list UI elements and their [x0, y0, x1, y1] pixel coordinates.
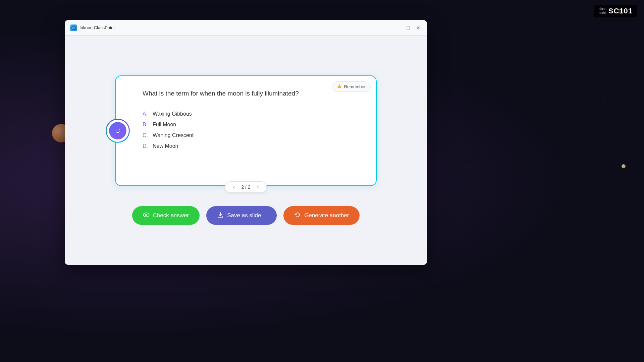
class-code-label: class code [599, 7, 606, 15]
svg-point-7 [146, 214, 147, 215]
answer-text-a: Waxing Gibbous [153, 111, 192, 117]
check-answer-button[interactable]: Check answer [132, 206, 200, 225]
question-card: Remember What is the term for when the m… [115, 75, 377, 186]
class-code-badge: class code SC101 [594, 5, 637, 17]
pagination: ‹ 2 / 2 › [225, 181, 267, 193]
svg-point-2 [113, 126, 123, 136]
app-icon: C [70, 24, 77, 31]
download-icon [217, 212, 224, 220]
answer-options: A. Waxing Gibbous B. Full Moon C. Waning… [143, 111, 363, 149]
eye-icon [143, 212, 150, 220]
answer-option-d: D. New Moon [143, 143, 363, 149]
remember-icon [337, 83, 342, 90]
generate-another-label: Generate another [304, 212, 349, 219]
save-as-slide-button[interactable]: Save as slide [206, 206, 277, 225]
answer-text-d: New Moon [153, 143, 178, 149]
answer-text-c: Waning Crescent [153, 132, 194, 138]
remember-badge: Remember [332, 81, 371, 92]
title-bar: C Inknoe ClassPoint ─ □ ✕ [65, 20, 427, 36]
answer-option-b: B. Full Moon [143, 122, 363, 128]
avatar [106, 119, 130, 143]
avatar-inner [107, 120, 129, 142]
window-content: Remember What is the term for when the m… [65, 36, 427, 265]
answer-letter-a: A. [143, 111, 150, 117]
svg-marker-4 [338, 85, 341, 87]
remember-label: Remember [344, 84, 366, 89]
save-as-slide-label: Save as slide [227, 212, 261, 219]
page-indicator: 2 / 2 [241, 184, 250, 190]
decorative-planet-right-mid [622, 164, 626, 168]
svg-text:C: C [72, 26, 75, 30]
question-text: What is the term for when the moon is fu… [143, 89, 363, 99]
close-button[interactable]: ✕ [415, 24, 422, 31]
question-divider [143, 104, 363, 104]
minimize-button[interactable]: ─ [395, 24, 401, 31]
answer-letter-b: B. [143, 122, 150, 128]
prev-page-button[interactable]: ‹ [230, 184, 237, 190]
avatar-face [109, 122, 126, 139]
app-window: C Inknoe ClassPoint ─ □ ✕ [65, 20, 427, 265]
maximize-button[interactable]: □ [405, 24, 412, 31]
app-title: Inknoe ClassPoint [79, 25, 395, 30]
answer-option-a: A. Waxing Gibbous [143, 111, 363, 117]
answer-letter-d: D. [143, 143, 150, 149]
next-page-button[interactable]: › [255, 184, 261, 190]
window-controls: ─ □ ✕ [395, 24, 422, 31]
answer-letter-c: C. [143, 132, 150, 138]
refresh-icon [294, 212, 301, 220]
answer-option-c: C. Waning Crescent [143, 132, 363, 138]
action-buttons: Check answer Save as slide [132, 206, 360, 225]
generate-another-button[interactable]: Generate another [283, 206, 360, 225]
check-answer-label: Check answer [153, 212, 189, 219]
class-code-value: SC101 [608, 7, 633, 15]
answer-text-b: Full Moon [153, 122, 176, 128]
